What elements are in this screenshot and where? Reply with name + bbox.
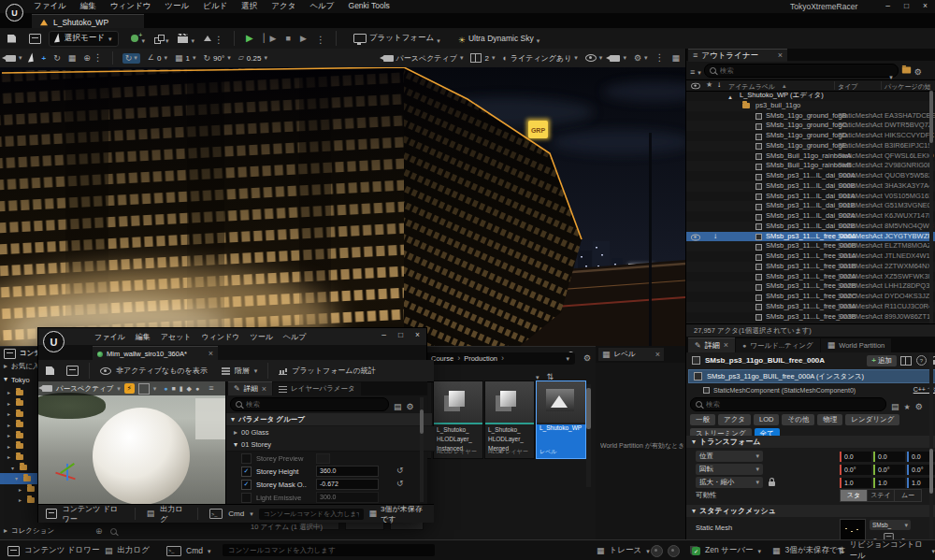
static-mesh-thumbnail[interactable] (840, 519, 866, 540)
display-options-icon[interactable] (394, 397, 402, 412)
outliner-row[interactable]: SMsb_ps3_11...L_free_000AStaticMeshActJC… (686, 232, 935, 242)
outliner-row[interactable]: SMsb_11go_ground_fogCStaticMeshActDWTR5B… (686, 121, 935, 131)
select-tool-button[interactable] (30, 53, 35, 64)
static-mesh-section-header[interactable]: スタティックメッシュ (686, 505, 935, 517)
menu-item[interactable]: ウィンドウ (202, 332, 240, 342)
outliner-row[interactable]: SMsb_Buil_11go_rainbowBStaticMeshAct2V98… (686, 161, 935, 171)
star-column-icon[interactable] (706, 81, 712, 89)
checkbox-icon[interactable] (241, 453, 252, 464)
eye-icon[interactable] (691, 234, 700, 240)
platform-stats-label[interactable]: プラットフォームの統計 (292, 366, 376, 376)
ultra-dynamic-sky-button[interactable]: Ultra Dynamic Sky (458, 31, 540, 46)
outliner-row[interactable]: SMsb_11go_ground_fogEStaticMeshActB3IR6E… (686, 141, 935, 151)
outliner-row[interactable]: SMsb_ps3_11...L_free_002AStaticMeshActXZ… (686, 272, 935, 282)
favorites-icon[interactable] (904, 397, 911, 412)
param-storey-preview[interactable]: Storey Preview (226, 452, 442, 465)
console-input[interactable] (223, 544, 435, 556)
tab-world-settings[interactable]: ワールド...ティング (736, 338, 820, 352)
asset-scrollbar-thumb[interactable] (586, 388, 591, 429)
pin-column-icon[interactable] (717, 81, 721, 89)
new-folder-icon[interactable] (902, 67, 911, 74)
outliner-row[interactable]: SMsb_Buil_11go_rainbowAStaticMeshActQFWS… (686, 151, 935, 162)
trace-dropdown[interactable]: トレース (597, 540, 650, 560)
display-options-icon[interactable] (891, 397, 899, 412)
platform-dropdown[interactable]: プラットフォーム (353, 31, 440, 46)
browse-icon[interactable] (66, 366, 79, 376)
mobility-movable[interactable]: ムー (895, 489, 922, 502)
close-button[interactable]: × (923, 1, 928, 10)
outliner-row[interactable]: SMsb_ps3_11...L_free_001BStaticMeshAct2Z… (686, 262, 935, 272)
menu-item[interactable]: ヘルプ (283, 332, 307, 342)
filter-icon[interactable] (690, 63, 695, 78)
param-storey-height[interactable]: Storey Height 360.0 (226, 465, 442, 478)
console-input[interactable] (259, 509, 364, 520)
location-snap-button[interactable]: 0 (148, 54, 167, 63)
outliner-row[interactable]: SMsb_ps3_11...L_free_002BStaticMeshActLH… (686, 281, 935, 292)
maximize-viewport-button[interactable] (671, 54, 680, 63)
rotate-tool-button[interactable] (53, 54, 61, 63)
outliner-row[interactable]: SMsb_ps3_11...L_free_003BStaticMeshAct89… (686, 312, 935, 323)
unsaved-button[interactable]: 3個が未保存です (772, 540, 845, 560)
mobility-static[interactable]: スタ (840, 489, 868, 502)
grid-snap-button[interactable]: 1 (175, 54, 195, 63)
checkbox-checked-icon[interactable] (241, 480, 252, 490)
scale-snap-button[interactable]: 0.25 (238, 54, 267, 63)
details-scrollbar-thumb[interactable] (929, 449, 933, 494)
outliner-scrollbar-thumb[interactable] (929, 91, 933, 143)
realtime-toggle-button[interactable] (124, 383, 135, 394)
outliner-row[interactable]: SMsb_ps3_11...IL_dai_000BStaticMeshAct3H… (686, 181, 935, 192)
outliner-search[interactable] (704, 64, 899, 78)
transform-section-header[interactable]: トランスフォーム (686, 436, 935, 448)
cinematics-button[interactable] (178, 31, 194, 46)
location-dropdown[interactable]: 位置 (696, 451, 763, 462)
breadcrumb-production[interactable]: Production (464, 354, 497, 363)
add-component-button[interactable]: + 追加 (867, 355, 897, 366)
show-flags-dropdown[interactable] (585, 54, 603, 62)
save-icon[interactable] (7, 35, 16, 43)
search-icon[interactable] (110, 528, 117, 535)
background-image-button[interactable] (138, 383, 150, 395)
menu-item[interactable]: アセット (161, 332, 192, 342)
material-search[interactable] (230, 397, 389, 411)
filter-chip[interactable]: アクタ (718, 414, 751, 425)
play-button[interactable]: ▶ (246, 34, 253, 43)
rotation-snap-button[interactable]: 90° (203, 54, 230, 63)
asset-tile[interactable]: L_Shutoko_HLODLayer_MergedHLOD レイヤー (484, 381, 535, 459)
content-drawer-icon[interactable] (46, 509, 57, 519)
details-search[interactable] (690, 397, 886, 411)
location-x[interactable]: 0.0 (840, 452, 871, 462)
tab-material-details[interactable]: 詳細 (228, 381, 272, 395)
close-icon[interactable] (262, 385, 266, 394)
tab-world-partition[interactable]: World Partition (821, 338, 892, 352)
preview-menu-icon[interactable] (209, 384, 213, 393)
outliner-row[interactable]: SMsb_11go_ground_fogBStaticMeshActEA3SHA… (686, 111, 935, 122)
mobility-stationary[interactable]: ステイ (868, 489, 895, 502)
help-icon[interactable]: ? (916, 355, 927, 366)
split-details-icon[interactable] (900, 356, 912, 366)
group-00-glass[interactable]: 00 Glass (226, 426, 435, 439)
asset-tile[interactable]: L_Shutoko_HLODLayer_InstancedHLOD レイヤー (433, 381, 483, 459)
tab-details[interactable]: 詳細 (688, 337, 735, 352)
show-inactive-label[interactable]: 非アクティブなものを表示 (116, 366, 208, 376)
filter-chip[interactable]: 物理 (817, 414, 842, 425)
scale-y[interactable]: 1.0 (873, 478, 905, 488)
stop-button[interactable]: ■ (286, 35, 291, 43)
close-button[interactable]: × (415, 330, 420, 339)
frame-skip-button[interactable]: ▏▶ (264, 35, 277, 43)
outliner-row[interactable]: SMsb_ps3_11...IL_dai_001AStaticMeshActV0… (686, 192, 935, 202)
content-browser-icon[interactable] (29, 34, 41, 44)
content-drawer-button[interactable]: コンテンツ ドロワー (63, 504, 123, 524)
param-value[interactable]: -0.672 (316, 479, 379, 490)
revert-icon[interactable] (396, 467, 404, 475)
group-01-storey[interactable]: 01 Storey (226, 438, 435, 452)
menu-item[interactable]: 編集 (80, 1, 96, 12)
level-tab[interactable]: L_Shutoko_WP (32, 14, 144, 29)
rotation-y[interactable]: 0.0° (873, 465, 905, 475)
landscape-button[interactable] (204, 31, 223, 46)
gear-icon[interactable] (407, 397, 414, 412)
menu-item[interactable]: ビルド (203, 1, 227, 12)
outliner-row[interactable]: SMsb_ps3_11...L_free_002CStaticMeshActDY… (686, 292, 935, 302)
details-search-input[interactable] (691, 400, 885, 409)
parameter-groups-header[interactable]: パラメータ グループ (226, 413, 432, 425)
menu-item[interactable]: ツール (250, 332, 272, 342)
